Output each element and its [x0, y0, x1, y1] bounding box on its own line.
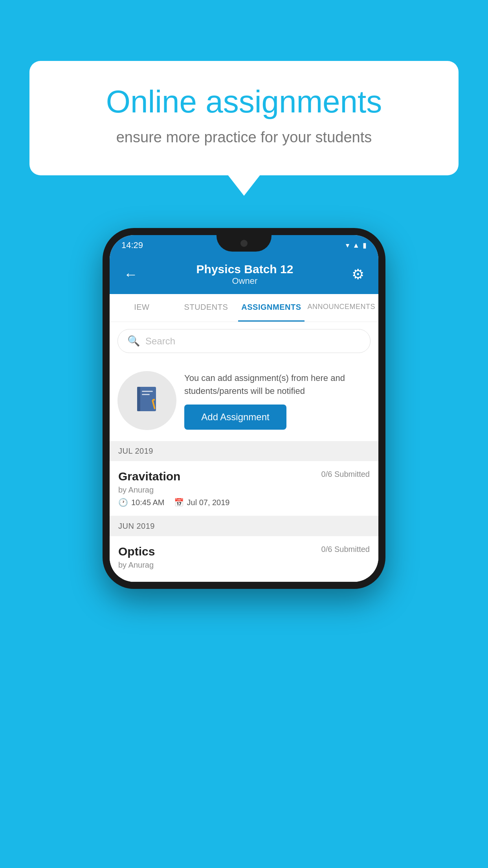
section-header-jun: JUN 2019 [110, 516, 378, 536]
phone-screen: 14:29 ▾ ▲ ▮ ← Physics Batch 12 Owner ⚙ [110, 235, 378, 582]
list-item[interactable]: Optics 0/6 Submitted by Anurag [110, 536, 378, 582]
top-bar-center: Physics Batch 12 Owner [141, 263, 349, 286]
clock-icon: 🕐 [118, 498, 128, 507]
signal-icon: ▲ [352, 241, 360, 250]
phone-wrapper: 14:29 ▾ ▲ ▮ ← Physics Batch 12 Owner ⚙ [103, 228, 385, 589]
assignment-by-2: by Anurag [118, 561, 370, 570]
assignment-info: You can add assignment(s) from here and … [110, 360, 378, 441]
wifi-icon: ▾ [346, 241, 349, 250]
top-bar: ← Physics Batch 12 Owner ⚙ [110, 256, 378, 294]
assignment-submitted-2: 0/6 Submitted [321, 545, 370, 554]
page-title: Physics Batch 12 [141, 263, 349, 276]
notebook-icon [133, 385, 161, 416]
assignment-submitted: 0/6 Submitted [321, 470, 370, 479]
calendar-icon: 📅 [174, 498, 184, 507]
assignment-date-value: Jul 07, 2019 [187, 498, 230, 507]
speech-bubble: Online assignments ensure more practice … [29, 61, 459, 175]
assignment-name-2: Optics [118, 545, 155, 558]
status-time: 14:29 [121, 240, 143, 250]
assignment-meta: 🕐 10:45 AM 📅 Jul 07, 2019 [118, 498, 370, 507]
assignment-info-text: You can add assignment(s) from here and … [184, 371, 371, 397]
assignment-name: Gravitation [118, 470, 180, 483]
tab-announcements[interactable]: ANNOUNCEMENTS [305, 294, 379, 322]
tabs: IEW STUDENTS ASSIGNMENTS ANNOUNCEMENTS [110, 294, 378, 322]
notch [216, 235, 272, 252]
assignment-date: 📅 Jul 07, 2019 [174, 498, 230, 507]
speech-bubble-subtitle: ensure more practice for your students [61, 127, 427, 148]
phone: 14:29 ▾ ▲ ▮ ← Physics Batch 12 Owner ⚙ [103, 228, 385, 589]
assignment-time-value: 10:45 AM [131, 498, 165, 507]
tab-students[interactable]: STUDENTS [174, 294, 238, 322]
back-button[interactable]: ← [121, 263, 141, 286]
search-container: 🔍 Search [110, 322, 378, 360]
assignment-item-top: Gravitation 0/6 Submitted [118, 470, 370, 483]
speech-bubble-title: Online assignments [61, 85, 427, 119]
search-icon: 🔍 [127, 335, 140, 347]
section-header-jul: JUL 2019 [110, 441, 378, 461]
status-icons: ▾ ▲ ▮ [346, 241, 367, 250]
notch-camera [240, 240, 248, 247]
assignment-by: by Anurag [118, 485, 370, 495]
add-assignment-button[interactable]: Add Assignment [184, 405, 286, 430]
assignment-icon-circle [117, 371, 176, 430]
svg-rect-2 [142, 391, 153, 392]
battery-icon: ▮ [363, 241, 367, 250]
assignment-item-top-2: Optics 0/6 Submitted [118, 545, 370, 558]
page-subtitle: Owner [141, 276, 349, 286]
list-item[interactable]: Gravitation 0/6 Submitted by Anurag 🕐 10… [110, 461, 378, 516]
assignment-info-right: You can add assignment(s) from here and … [184, 371, 371, 430]
status-bar: 14:29 ▾ ▲ ▮ [110, 235, 378, 256]
search-input[interactable]: Search [145, 336, 175, 347]
svg-rect-3 [142, 394, 150, 395]
tab-iew[interactable]: IEW [110, 294, 174, 322]
settings-icon[interactable]: ⚙ [349, 263, 367, 286]
assignment-time: 🕐 10:45 AM [118, 498, 165, 507]
search-bar[interactable]: 🔍 Search [117, 329, 371, 353]
svg-rect-1 [137, 387, 140, 411]
tab-assignments[interactable]: ASSIGNMENTS [238, 294, 304, 322]
